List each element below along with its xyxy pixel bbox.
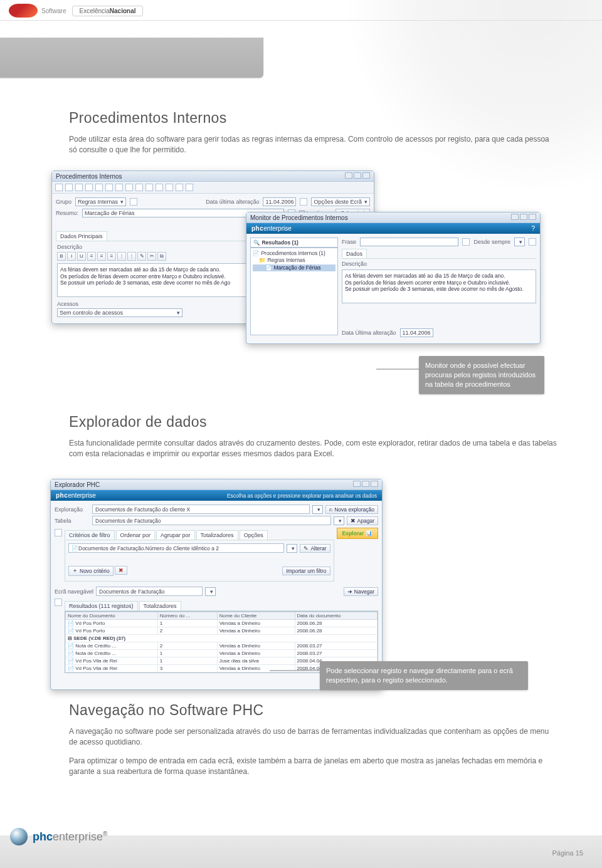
monitor-descricao-text: As férias devem ser marcadas até ao dia … — [342, 269, 536, 303]
explorar-button[interactable]: Explorar 📊 — [337, 528, 379, 539]
window-title: Procedimentos Internos — [56, 173, 122, 180]
navegar-button[interactable]: ➜ Navegar — [344, 587, 378, 596]
window-titlebar: Procedimentos Internos — [52, 171, 374, 182]
tab-dados[interactable]: Dados — [342, 249, 367, 258]
apagar-button[interactable]: ✖ Apagar — [347, 516, 378, 525]
rte-btn[interactable]: ⋮ — [117, 252, 126, 261]
toolbar-icon[interactable] — [115, 184, 123, 191]
brand-bar: phcenterprise Escolha as opções e pressi… — [51, 490, 382, 501]
window-titlebar: Monitor de Procedimentos Internos — [246, 212, 540, 223]
section1-body: Pode utilizar esta área do software para… — [69, 134, 558, 156]
toolbar-icon[interactable] — [125, 184, 133, 191]
toolbar-icon[interactable] — [145, 184, 153, 191]
exploracao-combo[interactable]: ▾ — [312, 505, 323, 514]
tagline-badge: ExcelênciaNacional — [72, 6, 142, 16]
rte-btn[interactable]: B — [57, 252, 66, 261]
toolbar-icon[interactable] — [65, 184, 73, 191]
rte-btn[interactable]: ≡ — [107, 252, 116, 261]
callout-navegacao: Pode seleccionar registo e navegar direc… — [320, 661, 528, 690]
toolbar-icon[interactable] — [135, 184, 143, 191]
results-icon — [55, 599, 62, 606]
tab-totalizadores2[interactable]: Totalizadores — [139, 601, 181, 610]
monitor-window: Monitor de Procedimentos Internos phcent… — [246, 212, 541, 344]
tab-totalizadores[interactable]: Totalizadores — [196, 530, 238, 540]
novo-criterio-button[interactable]: ＋ Novo critério — [68, 566, 114, 576]
table-row: 📄 Vd Pos Porto1Vendas a Dinheiro2008.06.… — [66, 620, 378, 627]
data-field[interactable]: 11.04.2006 — [263, 197, 296, 206]
instruction-text: Escolha as opções e pressione explorar p… — [227, 493, 377, 499]
logo-swoosh-icon — [9, 4, 38, 18]
table-row: 📄 Nota de Crédito ...1Vendas a Dinheiro2… — [66, 650, 378, 657]
rte-btn[interactable]: ⋮ — [127, 252, 136, 261]
window-controls[interactable] — [344, 172, 370, 180]
toolbar-icon[interactable] — [75, 184, 83, 191]
criterio-combo[interactable]: ▾ — [287, 544, 297, 553]
rte-btn[interactable]: ⧉ — [157, 252, 166, 261]
exploracao-label: Exploração — [55, 506, 90, 513]
help-icon[interactable]: ? — [531, 225, 535, 232]
toolbar-icon[interactable] — [55, 184, 63, 191]
grupo-label: Grupo — [56, 199, 71, 205]
tab-resultados[interactable]: Resultados (111 registos) — [65, 601, 138, 610]
tabela-label: Tabela — [55, 518, 90, 524]
window-toolbar — [52, 182, 374, 194]
toolbar-icon[interactable] — [95, 184, 103, 191]
toolbar-icon[interactable] — [105, 184, 113, 191]
tagline-bold: Nacional — [110, 8, 136, 14]
navegavel-label: Ecrã navegável — [55, 588, 93, 595]
monitor-data-label: Data Última alteração — [342, 330, 396, 336]
opcoes-combo[interactable]: Opções deste Ecrã▾ — [311, 197, 370, 206]
tab-agrupar[interactable]: Agrupar por — [156, 530, 195, 540]
tab-criterios[interactable]: Critérios de filtro — [65, 530, 115, 540]
tab-dados-principais[interactable]: Dados Principais — [56, 231, 107, 241]
grey-banner — [0, 38, 263, 78]
exploracao-input[interactable]: Documentos de Facturação do cliente X — [92, 505, 310, 514]
rte-btn[interactable]: ≡ — [87, 252, 96, 261]
window-controls[interactable] — [510, 214, 536, 221]
nova-exploracao-button[interactable]: ⎌ Nova exploração — [325, 505, 378, 514]
cal-icon[interactable] — [300, 198, 307, 206]
desde-combo[interactable]: ▾ — [514, 238, 525, 246]
toolbar-icon[interactable] — [156, 184, 163, 191]
grupo-combo[interactable]: Regras Internas▾ — [75, 197, 126, 206]
grupo-icon[interactable] — [130, 198, 137, 206]
rte-btn[interactable]: ✂ — [147, 252, 156, 261]
rte-btn[interactable]: ✎ — [137, 252, 146, 261]
rte-btn[interactable]: I — [67, 252, 76, 261]
logo: Software — [9, 4, 66, 18]
data-label: Data última alteração — [206, 199, 259, 205]
tab-ordenar[interactable]: Ordenar por — [116, 530, 156, 540]
tabela-combo[interactable]: ▾ — [334, 516, 344, 525]
page-header: Software ExcelênciaNacional — [0, 0, 602, 21]
toolbar-icon[interactable] — [186, 184, 193, 191]
rte-btn[interactable]: ≡ — [97, 252, 106, 261]
toolbar-icon[interactable] — [85, 184, 93, 191]
frase-label: Frase — [342, 239, 356, 245]
window-controls[interactable] — [352, 481, 378, 488]
tab-opcoes[interactable]: Opções — [240, 530, 268, 540]
footer-brand: phcenterprise® — [10, 828, 107, 845]
criterio-row[interactable]: 📄 Documentos de Facturação.Número do Cli… — [68, 543, 284, 553]
section3-title: Navegação no Software PHC — [69, 702, 558, 719]
tabela-input[interactable]: Documentos de Facturação — [92, 516, 331, 525]
navegavel-combo[interactable]: ▾ — [205, 587, 216, 596]
navegavel-input[interactable]: Documentos de Facturação — [96, 587, 203, 596]
logo-subtext: Software — [41, 8, 66, 14]
search-icon[interactable] — [462, 238, 470, 246]
callout-connector — [270, 670, 320, 671]
rte-btn[interactable]: U — [77, 252, 86, 261]
delete-criterio-button[interactable]: ✖ — [115, 566, 127, 575]
explorer-title: Explorador PHC — [55, 481, 100, 488]
frase-input[interactable] — [360, 238, 458, 246]
acessos-combo[interactable]: Sem controlo de acessos▾ — [57, 308, 182, 317]
window-titlebar: Explorador PHC — [51, 479, 382, 490]
tree-view[interactable]: 📄 Procedimentos Internos (1) 📁 Regras In… — [250, 248, 338, 335]
toolbar-icon[interactable] — [166, 184, 173, 191]
info-icon[interactable] — [55, 529, 62, 536]
find-icon[interactable] — [529, 238, 536, 246]
desde-label: Desde sempre — [473, 239, 510, 245]
monitor-data-value: 11.04.2006 — [400, 328, 433, 337]
alterar-button[interactable]: ✎ Alterar — [300, 544, 330, 553]
toolbar-icon[interactable] — [176, 184, 183, 191]
importar-filtro-button[interactable]: Importar um filtro — [282, 567, 330, 575]
